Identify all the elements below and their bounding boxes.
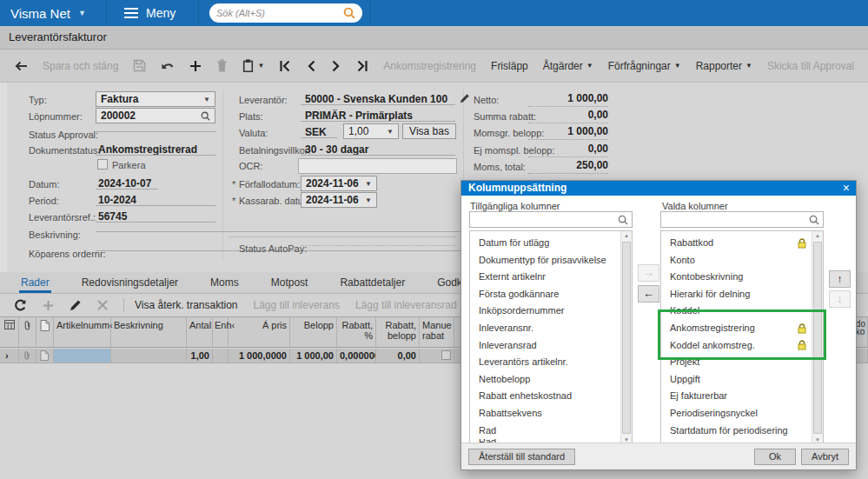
col-rabatt-belopp[interactable]: Rabatt, belopp — [376, 317, 420, 347]
row-note-icon[interactable] — [36, 349, 54, 363]
visa-bas-button[interactable]: Visa bas — [402, 123, 456, 139]
list-item[interactable]: Hierarki för delning — [661, 286, 812, 303]
list-item-highlighted[interactable]: Ankomstregistrering — [661, 320, 812, 337]
scroll-thumb[interactable] — [622, 242, 631, 434]
close-icon[interactable]: × — [843, 181, 850, 195]
row-expand-chevron[interactable]: › — [0, 349, 19, 363]
tab-motpost[interactable]: Motpost — [269, 273, 310, 293]
list-item-highlighted[interactable]: Koddel ankomstreg. — [661, 337, 812, 355]
manuell-rabatt-checkbox[interactable] — [441, 350, 451, 360]
scroll-thumb[interactable] — [813, 242, 822, 434]
col-enhet[interactable]: Enh‹ — [213, 317, 229, 347]
scroll-up-icon[interactable]: ▲ — [812, 233, 823, 238]
atgarder-menu-button[interactable]: Åtgärder ▼ — [543, 60, 593, 72]
ok-button[interactable]: Ok — [754, 449, 796, 465]
search-input[interactable] — [216, 8, 343, 18]
row-attachment-icon[interactable] — [19, 349, 36, 363]
parkera-checkbox[interactable] — [97, 159, 108, 170]
lagg-till-inleverans-button[interactable]: Lägg till inleverans — [254, 299, 340, 311]
available-columns-search[interactable] — [469, 211, 633, 228]
list-item[interactable]: Rabattsekvens — [470, 405, 620, 422]
move-up-button[interactable]: ↑ — [829, 270, 851, 288]
kassarab-datum-datepicker[interactable]: 2024-11-06▼ — [301, 192, 377, 208]
col-rabatt-procent[interactable]: Rabatt, % — [337, 317, 376, 347]
cell-belopp[interactable]: 1 000,00 — [290, 349, 337, 363]
col-belopp[interactable]: Belopp — [290, 317, 337, 347]
list-item[interactable]: Inköpsordernummer — [470, 303, 620, 320]
list-item[interactable]: Periodiseringsnyckel — [661, 405, 812, 422]
brand-menu[interactable]: Visma Net ▼ — [0, 6, 106, 21]
cell-enhet[interactable] — [213, 349, 229, 363]
col-a-pris[interactable]: Á pris — [229, 317, 290, 347]
list-item[interactable]: Leverantörs artikelnr. — [470, 354, 620, 371]
notes-column-icon[interactable] — [36, 317, 54, 347]
global-search[interactable] — [209, 3, 362, 23]
list-item[interactable]: Kontobeskrivning — [661, 269, 812, 286]
forfragningar-menu-button[interactable]: Förfrågningar ▼ — [608, 60, 681, 72]
visa-aterk-transaktion-button[interactable]: Visa återk. transaktion — [135, 299, 238, 311]
typ-dropdown[interactable]: Faktura▼ — [96, 91, 215, 107]
move-left-button[interactable]: ← — [638, 285, 659, 303]
cell-rabatt-procent[interactable]: 0,000000 — [337, 349, 376, 363]
list-item[interactable]: Nettobelopp — [470, 371, 620, 389]
forfallodatum-datepicker[interactable]: 2024-11-06▼ — [301, 176, 377, 191]
back-button[interactable] — [14, 60, 28, 72]
available-list-scrollbar[interactable]: ▲ ▼ — [620, 231, 632, 444]
cell-beskrivning[interactable] — [111, 349, 187, 363]
list-item[interactable]: Externt artikelnr — [470, 269, 620, 286]
list-item[interactable]: Uppgift — [661, 371, 812, 389]
scroll-up-icon[interactable]: ▲ — [621, 233, 632, 238]
ocr-input[interactable] — [298, 158, 457, 174]
skicka-till-approval-button[interactable]: Skicka till Approval — [767, 60, 854, 72]
list-item[interactable]: Rad — [470, 422, 620, 440]
search-icon[interactable] — [343, 7, 355, 19]
list-item[interactable]: Rabattkod — [661, 235, 812, 252]
add-record-button[interactable] — [189, 60, 202, 72]
cancel-button[interactable]: Avbryt — [801, 449, 849, 465]
list-item[interactable]: Ej fakturerbar — [661, 388, 812, 405]
reset-to-default-button[interactable]: Återställ till standard — [468, 449, 575, 465]
cell-antal[interactable]: 1,00 — [187, 349, 213, 363]
col-artikelnummer[interactable]: Artikelnumm‹ — [54, 317, 111, 347]
list-item[interactable]: Projekt — [661, 354, 812, 371]
ankomstregistrering-button[interactable]: Ankomstregistrering — [383, 60, 476, 72]
list-item[interactable]: Dokumenttyp för prisavvikelse — [470, 252, 620, 269]
selected-list-scrollbar[interactable]: ▲ ▼ — [812, 231, 823, 444]
list-item[interactable]: Datum för utlägg — [470, 235, 620, 252]
undo-button[interactable] — [161, 60, 175, 72]
cell-a-pris[interactable]: 1 000,0000 — [229, 349, 290, 363]
cell-rabatt-belopp[interactable]: 0,00 — [376, 349, 420, 363]
frislapp-button[interactable]: Frisläpp — [491, 60, 528, 72]
cell-artikelnummer[interactable] — [54, 349, 111, 363]
next-record-button[interactable] — [331, 60, 341, 72]
save-button[interactable] — [133, 59, 146, 72]
delete-button[interactable] — [216, 59, 228, 72]
list-item[interactable]: Inleveransnr. — [470, 320, 620, 337]
main-menu-button[interactable]: Meny — [107, 6, 198, 20]
grid-settings-icon[interactable] — [0, 317, 19, 347]
col-antal[interactable]: Antal — [187, 317, 213, 347]
move-right-button[interactable]: → — [638, 264, 659, 282]
move-down-button[interactable]: ↓ — [829, 290, 851, 308]
edit-pencil-icon[interactable] — [460, 93, 470, 103]
selected-columns-search[interactable] — [660, 211, 824, 228]
lagg-till-inleveransrad-button[interactable]: Lägg till inleveransrad — [355, 299, 457, 311]
beskrivning-input[interactable] — [96, 218, 467, 232]
copy-paste-button[interactable]: ▼ — [242, 59, 264, 72]
first-record-button[interactable] — [279, 60, 291, 72]
list-item[interactable]: Första godkännare — [470, 286, 620, 303]
col-manuell-rabatt[interactable]: Manue rabat — [420, 317, 454, 347]
list-item[interactable]: Rabatt enhetskostnad — [470, 388, 620, 405]
tab-rader[interactable]: Rader — [19, 273, 51, 293]
tab-moms[interactable]: Moms — [209, 273, 241, 293]
edit-row-button[interactable] — [70, 299, 82, 311]
list-item[interactable]: Konto — [661, 252, 812, 269]
add-row-button[interactable] — [43, 300, 54, 311]
list-item[interactable]: Startdatum för periodisering — [661, 422, 812, 440]
previous-record-button[interactable] — [306, 60, 316, 72]
list-item[interactable]: Inleveransrad — [470, 337, 620, 355]
tab-rabattdetaljer[interactable]: Rabattdetaljer — [338, 273, 407, 293]
save-and-close-button[interactable]: Spara och stäng — [43, 60, 118, 72]
cell-manuell-rabatt[interactable] — [420, 349, 454, 363]
col-beskrivning[interactable]: Beskrivning — [111, 317, 187, 347]
